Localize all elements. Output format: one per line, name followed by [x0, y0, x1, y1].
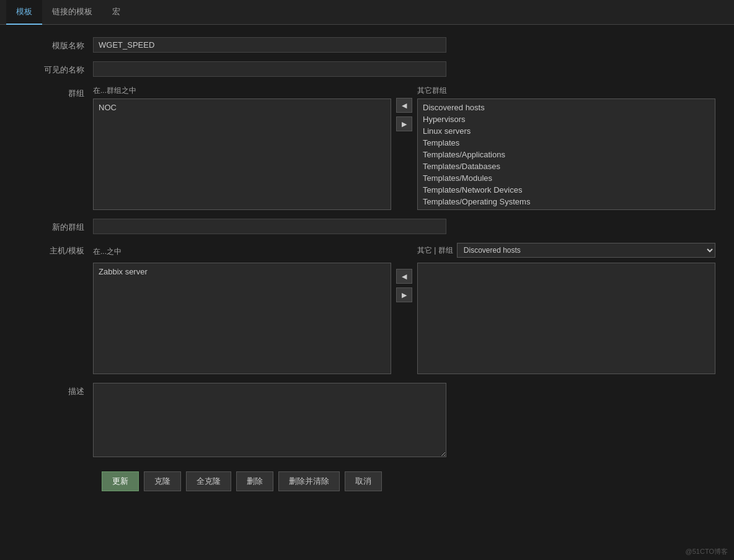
group-arrows: ◀ ▶ [391, 98, 417, 131]
new-group-input[interactable] [93, 219, 446, 234]
host-move-right-btn[interactable]: ▶ [396, 287, 412, 302]
move-left-btn[interactable]: ◀ [396, 98, 412, 113]
other-groups-section: 其它群组 Discovered hosts Hypervisors Linux … [417, 85, 715, 210]
list-item[interactable]: Discovered hosts [420, 102, 712, 113]
visible-name-label: 可见的名称 [19, 61, 93, 76]
new-group-field [93, 219, 446, 234]
list-item[interactable]: Templates [420, 137, 712, 149]
host-template-container: Zabbix server ◀ ▶ [93, 263, 715, 374]
new-group-label: 新的群组 [19, 219, 93, 233]
main-content: 模版名称 可见的名称 群组 在...群组之中 NOC [0, 25, 734, 504]
buttons-row: 更新 克隆 全克隆 删除 删除并清除 取消 [19, 471, 715, 491]
watermark: @51CTO博客 [686, 547, 728, 556]
host-template-row: 主机/模板 在...之中 其它 | 群组 Discovered hostsHyp… [19, 243, 715, 374]
other-group-row: 其它 | 群组 Discovered hostsHypervisorsLinux… [417, 243, 715, 258]
tab-template[interactable]: 模板 [6, 0, 42, 25]
description-textarea[interactable] [93, 383, 446, 457]
host-arrows: ◀ ▶ [391, 269, 417, 302]
full-clone-button[interactable]: 全克隆 [186, 471, 231, 491]
groups-field: 在...群组之中 NOC ◀ ▶ 其它群组 Discovered hosts H… [93, 85, 715, 210]
new-group-row: 新的群组 [19, 219, 715, 234]
list-item[interactable]: Templates/Modules [420, 172, 712, 184]
in-group-listbox[interactable]: NOC [93, 98, 391, 210]
list-item[interactable]: Templates/Network Devices [420, 184, 712, 196]
template-name-label: 模版名称 [19, 37, 93, 51]
in-group-label: 在...群组之中 [93, 85, 391, 96]
list-item[interactable]: Templates/Servers Hardware [420, 208, 712, 210]
update-button[interactable]: 更新 [102, 471, 139, 491]
in-group-section: 在...群组之中 NOC [93, 85, 391, 210]
other-host-sublabel: 其它 | 群组 Discovered hostsHypervisorsLinux… [417, 243, 715, 260]
tab-linked-templates[interactable]: 链接的模板 [42, 0, 102, 25]
delete-button[interactable]: 删除 [236, 471, 273, 491]
tab-bar: 模板 链接的模板 宏 [0, 0, 734, 25]
list-item[interactable]: Templates/Operating Systems [420, 196, 712, 208]
description-label: 描述 [19, 383, 93, 397]
tab-macros[interactable]: 宏 [102, 0, 130, 25]
clone-button[interactable]: 克隆 [144, 471, 181, 491]
other-host-section [417, 263, 715, 374]
template-name-field [93, 37, 446, 53]
in-host-section: Zabbix server [93, 263, 391, 374]
list-item[interactable]: Linux servers [420, 125, 712, 137]
other-groups-listbox[interactable]: Discovered hosts Hypervisors Linux serve… [417, 98, 715, 210]
list-item[interactable]: Templates/Applications [420, 149, 712, 160]
cancel-button[interactable]: 取消 [345, 471, 382, 491]
description-field [93, 383, 446, 459]
host-move-left-btn[interactable]: ◀ [396, 269, 412, 284]
other-group-dropdown-label: 其它 | 群组 [417, 245, 453, 256]
host-sublabels-row: 在...之中 其它 | 群组 Discovered hostsHyperviso… [93, 243, 715, 260]
host-template-label: 主机/模板 [19, 243, 93, 256]
delete-clear-button[interactable]: 删除并清除 [278, 471, 340, 491]
description-row: 描述 [19, 383, 715, 459]
list-item[interactable]: Hypervisors [420, 113, 712, 125]
visible-name-input[interactable] [93, 61, 446, 77]
visible-name-field [93, 61, 446, 77]
other-group-select[interactable]: Discovered hostsHypervisorsLinux servers… [457, 243, 715, 258]
groups-container: 在...群组之中 NOC ◀ ▶ 其它群组 Discovered hosts H… [93, 85, 715, 210]
other-host-listbox[interactable] [417, 263, 715, 374]
move-right-btn[interactable]: ▶ [396, 116, 412, 131]
visible-name-row: 可见的名称 [19, 61, 715, 77]
template-name-row: 模版名称 [19, 37, 715, 53]
in-host-listbox[interactable]: Zabbix server [93, 263, 391, 374]
in-host-sublabel: 在...之中 [93, 247, 391, 257]
template-name-input[interactable] [93, 37, 446, 53]
list-item[interactable]: NOC [96, 102, 388, 113]
host-template-field: 在...之中 其它 | 群组 Discovered hostsHyperviso… [93, 243, 715, 374]
list-item[interactable]: Zabbix server [96, 266, 388, 278]
other-groups-label: 其它群组 [417, 85, 715, 96]
list-item[interactable]: Templates/Databases [420, 160, 712, 172]
groups-row: 群组 在...群组之中 NOC ◀ ▶ 其它群组 [19, 85, 715, 210]
in-label: 在...之中 [93, 247, 122, 256]
groups-label: 群组 [19, 85, 93, 99]
